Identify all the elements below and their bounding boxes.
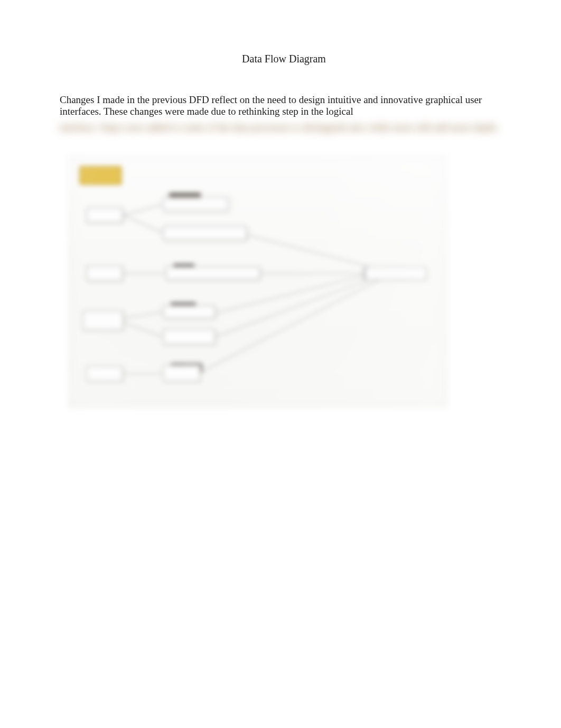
dfd-data-store — [363, 266, 427, 280]
dfd-connectors — [68, 154, 448, 408]
dfd-entity — [86, 207, 123, 223]
blurred-paragraph: interface. Steps were added to some of t… — [60, 122, 508, 133]
page-title: Data Flow Diagram — [155, 53, 413, 65]
dfd-process — [163, 226, 247, 241]
dfd-entity — [82, 310, 124, 330]
dfd-process — [163, 305, 216, 319]
svg-line-5 — [123, 312, 163, 318]
dfd-entity — [86, 265, 123, 281]
dfd-process — [163, 365, 201, 382]
dfd-entity — [86, 366, 123, 382]
body-paragraph: Changes I made in the previous DFD refle… — [60, 94, 508, 117]
document-page: Data Flow Diagram Changes I made in the … — [0, 0, 561, 408]
dfd-title-box — [79, 166, 121, 185]
dfd-process-label — [169, 193, 201, 202]
dfd-process-label — [171, 302, 196, 310]
svg-line-1 — [123, 215, 163, 233]
svg-line-6 — [123, 322, 163, 337]
dfd-process-label — [171, 363, 186, 373]
svg-line-8 — [216, 279, 371, 337]
dfd-process — [163, 329, 216, 345]
dfd-process — [163, 197, 229, 211]
svg-line-7 — [216, 275, 366, 313]
dfd-diagram — [68, 154, 448, 408]
dfd-process — [165, 266, 260, 280]
svg-line-4 — [242, 234, 371, 267]
dfd-process-label — [186, 363, 202, 373]
svg-line-0 — [123, 205, 163, 215]
dfd-process-label — [173, 264, 194, 272]
svg-line-10 — [201, 280, 379, 372]
